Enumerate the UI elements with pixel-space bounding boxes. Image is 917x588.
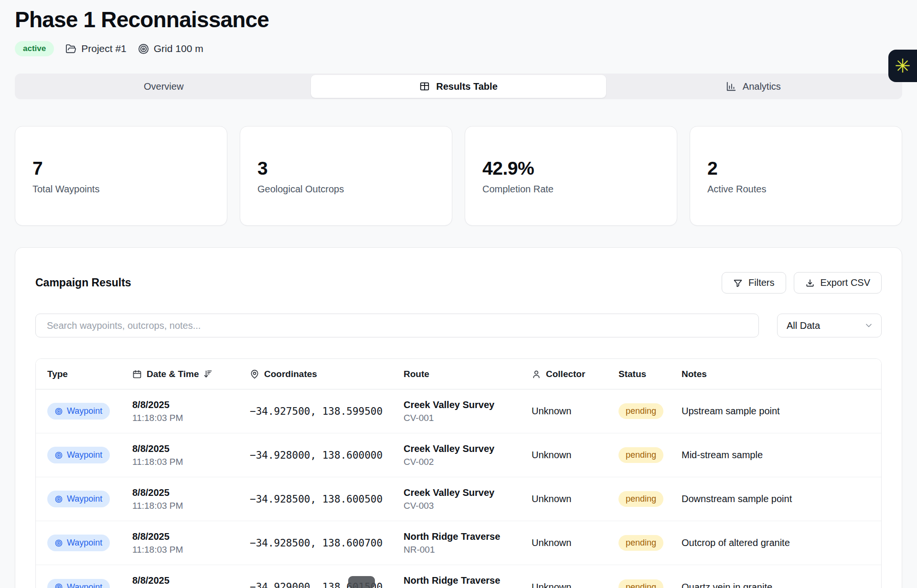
waypoint-icon (55, 452, 63, 459)
chevron-down-icon (864, 321, 874, 330)
column-status-label: Status (618, 369, 646, 379)
page-title: Phase 1 Reconnaissance (15, 7, 902, 32)
project-label: Project #1 (81, 43, 127, 54)
stat-total-waypoints: 7 Total Waypoints (15, 126, 227, 226)
table-row: Waypoint 8/8/2025 11:18:03 PM −34.929000… (36, 565, 881, 588)
cell-route: North Ridge Traverse NR-002 (396, 575, 524, 588)
header-meta: active Project #1 Grid 100 m (15, 40, 902, 57)
tab-overview-label: Overview (144, 81, 183, 92)
filter-icon (733, 278, 743, 288)
cell-coordinates: −34.928500, 138.600700 (242, 537, 396, 549)
cell-datetime: 8/8/2025 11:18:03 PM (125, 531, 242, 555)
stats-row: 7 Total Waypoints 3 Geological Outcrops … (15, 126, 902, 226)
route-name: North Ridge Traverse (404, 575, 516, 586)
waypoint-icon (55, 495, 63, 503)
stat-completion-rate: 42.9% Completion Rate (465, 126, 677, 226)
tab-bar: Overview Results Table Analytics (15, 74, 902, 99)
results-actions: Filters Export CSV (722, 272, 882, 294)
cell-route: Creek Valley Survey CV-002 (396, 443, 524, 467)
filters-button[interactable]: Filters (722, 272, 786, 294)
time: 11:18:03 PM (132, 413, 235, 423)
stat-label: Completion Rate (482, 184, 660, 195)
time: 11:18:03 PM (132, 501, 235, 511)
time: 11:18:03 PM (132, 545, 235, 555)
cell-notes: Quartz vein in granite (674, 582, 881, 588)
type-label: Waypoint (67, 406, 102, 416)
status-pending-badge: pending (618, 535, 663, 551)
status-badge: active (15, 41, 54, 56)
status-pending-badge: pending (618, 403, 663, 419)
tab-overview[interactable]: Overview (16, 75, 311, 98)
type-label: Waypoint (67, 450, 102, 460)
cell-type: Waypoint (36, 447, 125, 463)
results-table: Type Date & Time (35, 358, 882, 588)
cell-coordinates: −34.928500, 138.600500 (242, 494, 396, 505)
cell-type: Waypoint (36, 491, 125, 507)
tab-analytics-label: Analytics (743, 81, 781, 92)
coordinates: −34.928000, 138.600000 (250, 450, 383, 461)
download-icon (805, 278, 815, 288)
asterisk-icon: ✳ (895, 55, 911, 77)
route-id: NR-001 (404, 545, 516, 555)
route-name: Creek Valley Survey (404, 487, 516, 498)
date: 8/8/2025 (132, 487, 235, 498)
table-row: Waypoint 8/8/2025 11:18:03 PM −34.928500… (36, 521, 881, 565)
route-id: CV-001 (404, 413, 516, 423)
route-id: CV-003 (404, 501, 516, 511)
data-filter-value: All Data (787, 320, 820, 331)
cell-collector: Unknown (524, 494, 611, 504)
column-header-notes: Notes (674, 369, 881, 379)
results-head: Campaign Results Filters (35, 272, 882, 294)
cell-type: Waypoint (36, 403, 125, 420)
results-controls: All Data (35, 314, 882, 337)
export-csv-button[interactable]: Export CSV (794, 272, 882, 294)
folder-icon (65, 43, 76, 54)
table-header-row: Type Date & Time (36, 359, 881, 389)
search-input[interactable] (35, 314, 759, 337)
campaign-results-card: Campaign Results Filters (15, 247, 902, 588)
route-name: Creek Valley Survey (404, 399, 516, 410)
cell-status: pending (611, 579, 674, 588)
tab-results-table-label: Results Table (436, 81, 498, 92)
coordinates: −34.928500, 138.600500 (250, 494, 383, 505)
target-icon (138, 43, 149, 54)
cell-type: Waypoint (36, 579, 125, 588)
tab-analytics[interactable]: Analytics (606, 75, 901, 98)
stat-label: Active Routes (707, 184, 885, 195)
cell-datetime: 8/8/2025 11:18:03 PM (125, 443, 242, 467)
grid-label: Grid 100 m (154, 43, 203, 54)
data-filter-dropdown[interactable]: All Data (777, 314, 882, 337)
stat-value: 7 (32, 158, 210, 179)
calendar-icon (132, 369, 142, 379)
asterisk-button[interactable]: ✳ (888, 50, 917, 82)
results-title: Campaign Results (35, 276, 131, 289)
column-header-datetime[interactable]: Date & Time (125, 369, 242, 379)
type-label: Waypoint (67, 582, 102, 588)
table-row: Waypoint 8/8/2025 11:18:03 PM −34.928500… (36, 477, 881, 521)
stat-active-routes: 2 Active Routes (690, 126, 902, 226)
table-icon (419, 81, 430, 92)
column-route-label: Route (404, 369, 429, 379)
tab-results-table[interactable]: Results Table (311, 75, 606, 98)
waypoint-icon (55, 539, 63, 547)
column-coordinates-label: Coordinates (264, 369, 317, 379)
cell-datetime: 8/8/2025 11:18:03 PM (125, 575, 242, 588)
cell-status: pending (611, 535, 674, 551)
date: 8/8/2025 (132, 443, 235, 454)
coordinates: −34.928500, 138.600700 (250, 537, 383, 549)
waypoint-badge: Waypoint (47, 535, 110, 551)
cell-route: North Ridge Traverse NR-001 (396, 531, 524, 555)
column-header-coordinates: Coordinates (242, 369, 396, 379)
scroll-indicator[interactable] (348, 576, 375, 588)
waypoint-icon (55, 408, 63, 415)
type-label: Waypoint (67, 494, 102, 504)
status-pending-badge: pending (618, 579, 663, 588)
cell-coordinates: −34.928000, 138.600000 (242, 450, 396, 461)
date: 8/8/2025 (132, 399, 235, 410)
coordinates: −34.927500, 138.599500 (250, 406, 383, 417)
cell-collector: Unknown (524, 537, 611, 548)
stat-value: 42.9% (482, 158, 660, 179)
date: 8/8/2025 (132, 575, 235, 586)
sort-desc-icon (203, 369, 213, 378)
cell-notes: Mid-stream sample (674, 450, 881, 461)
